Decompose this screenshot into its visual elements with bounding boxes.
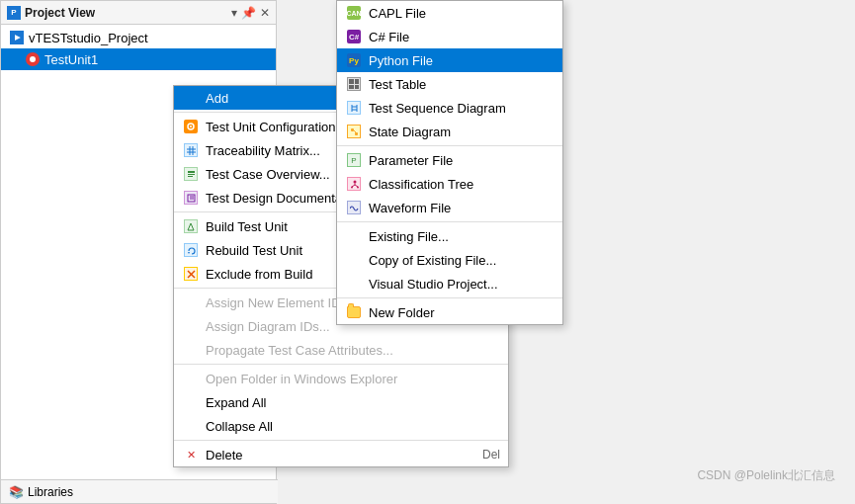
- submenu-waveform-label: Waveform File: [369, 201, 555, 215]
- wave-icon: [345, 199, 363, 216]
- test-unit-icon: [25, 51, 41, 67]
- submenu-capl-file[interactable]: CAN CAPL File: [337, 1, 562, 25]
- submenu-separator-3: [337, 297, 562, 298]
- pin-icon[interactable]: 📌: [241, 6, 256, 20]
- overview-icon: [182, 165, 200, 183]
- svg-line-22: [354, 130, 356, 132]
- menu-delete[interactable]: ✕ Delete Del: [174, 443, 508, 466]
- panel-icon: P: [7, 6, 21, 20]
- submenu-existing-label: Existing File...: [369, 229, 555, 244]
- submenu-test-sequence-label: Test Sequence Diagram: [369, 101, 555, 116]
- svg-point-27: [351, 186, 353, 188]
- project-tree: ▶ vTESTstudio_Project TestUnit1: [1, 25, 276, 72]
- assign-diagram-icon: [182, 317, 200, 335]
- existing-file-icon: [345, 227, 363, 245]
- submenu-class-label: Classification Tree: [369, 177, 555, 192]
- build-icon: [182, 217, 200, 235]
- submenu-vs-project[interactable]: Visual Studio Project...: [337, 272, 562, 295]
- submenu-python-file[interactable]: Py Python File: [337, 48, 562, 72]
- close-icon[interactable]: ✕: [260, 6, 270, 20]
- submenu-copy-existing-label: Copy of Existing File...: [369, 253, 555, 268]
- add-submenu: CAN CAPL File C# C# File Py Python File …: [336, 0, 563, 325]
- submenu-separator-2: [337, 221, 562, 222]
- panel-header-icons: ▾ 📌 ✕: [231, 6, 270, 20]
- menu-delete-label: Delete: [206, 448, 463, 462]
- trace-icon: [182, 141, 200, 159]
- menu-delete-shortcut: Del: [482, 448, 500, 462]
- panel-title: Project View: [25, 6, 95, 20]
- dropdown-icon[interactable]: ▾: [231, 6, 237, 20]
- menu-open-folder-label: Open Folder in Windows Explorer: [206, 372, 500, 386]
- project-icon: ▶: [9, 30, 25, 45]
- rebuild-icon: [182, 241, 200, 259]
- test-unit-name: TestUnit1: [44, 52, 98, 67]
- state-icon: [345, 123, 363, 140]
- copy-existing-icon: [345, 251, 363, 269]
- submenu-param-label: Parameter File: [369, 153, 555, 168]
- open-folder-icon: [182, 370, 200, 387]
- propagate-icon: [182, 341, 200, 359]
- libraries-icon: 📚: [9, 485, 24, 499]
- cs-icon: C#: [345, 28, 363, 45]
- project-root-item[interactable]: ▶ vTESTstudio_Project: [1, 27, 276, 48]
- svg-rect-21: [355, 132, 358, 135]
- submenu-test-table[interactable]: Test Table: [337, 72, 562, 96]
- svg-marker-13: [188, 252, 190, 254]
- submenu-class-tree[interactable]: Classification Tree: [337, 172, 562, 196]
- submenu-test-sequence[interactable]: Test Sequence Diagram: [337, 96, 562, 120]
- panel-header: P Project View ▾ 📌 ✕: [1, 1, 276, 25]
- submenu-copy-existing[interactable]: Copy of Existing File...: [337, 248, 562, 272]
- menu-collapse-all[interactable]: Collapse All: [174, 414, 508, 438]
- panel-header-left: P Project View: [7, 6, 95, 20]
- add-menu-icon: [182, 89, 200, 107]
- config-icon: [182, 118, 200, 135]
- submenu-new-folder[interactable]: New Folder: [337, 300, 562, 324]
- menu-expand-label: Expand All: [206, 395, 500, 410]
- assign-ids-icon: [182, 294, 200, 311]
- submenu-cs-file[interactable]: C# C# File: [337, 25, 562, 48]
- svg-rect-7: [188, 174, 195, 175]
- menu-collapse-label: Collapse All: [206, 419, 500, 434]
- submenu-cs-label: C# File: [369, 30, 555, 44]
- svg-rect-6: [188, 171, 195, 173]
- capl-icon: CAN: [345, 4, 363, 22]
- menu-expand-all[interactable]: Expand All: [174, 390, 508, 414]
- watermark: CSDN @Polelink北汇信息: [697, 467, 835, 484]
- sequence-icon: [345, 99, 363, 117]
- libraries-label: Libraries: [28, 485, 73, 499]
- submenu-vs-project-label: Visual Studio Project...: [369, 277, 555, 292]
- exclude-icon: [182, 265, 200, 283]
- vs-project-icon: [345, 275, 363, 293]
- submenu-test-table-label: Test Table: [369, 77, 555, 92]
- param-icon: P: [345, 151, 363, 169]
- doc-icon: [182, 189, 200, 207]
- delete-icon: ✕: [182, 446, 200, 463]
- folder-icon: [345, 303, 363, 321]
- submenu-python-label: Python File: [369, 53, 555, 68]
- submenu-existing-file[interactable]: Existing File...: [337, 224, 562, 248]
- submenu-state-diagram-label: State Diagram: [369, 125, 555, 139]
- python-icon: Py: [345, 51, 363, 69]
- class-icon: [345, 175, 363, 193]
- project-name: vTESTstudio_Project: [29, 31, 148, 45]
- libraries-bar[interactable]: 📚 Libraries: [1, 479, 278, 503]
- menu-propagate-label: Propagate Test Case Attributes...: [206, 343, 500, 358]
- svg-point-23: [353, 180, 356, 183]
- submenu-param-file[interactable]: P Parameter File: [337, 148, 562, 172]
- svg-rect-8: [188, 176, 193, 177]
- table-icon: [345, 75, 363, 93]
- submenu-new-folder-label: New Folder: [369, 305, 555, 320]
- expand-icon: [182, 393, 200, 411]
- svg-point-1: [190, 126, 192, 127]
- menu-propagate: Propagate Test Case Attributes...: [174, 338, 508, 362]
- menu-open-folder: Open Folder in Windows Explorer: [174, 367, 508, 390]
- separator-4: [174, 364, 508, 365]
- submenu-waveform[interactable]: Waveform File: [337, 196, 562, 219]
- svg-point-28: [357, 186, 359, 188]
- submenu-state-diagram[interactable]: State Diagram: [337, 120, 562, 143]
- svg-marker-12: [188, 223, 194, 230]
- svg-rect-20: [351, 128, 354, 131]
- test-unit-item[interactable]: TestUnit1: [1, 48, 276, 70]
- watermark-text: CSDN @Polelink北汇信息: [697, 468, 835, 482]
- separator-5: [174, 440, 508, 441]
